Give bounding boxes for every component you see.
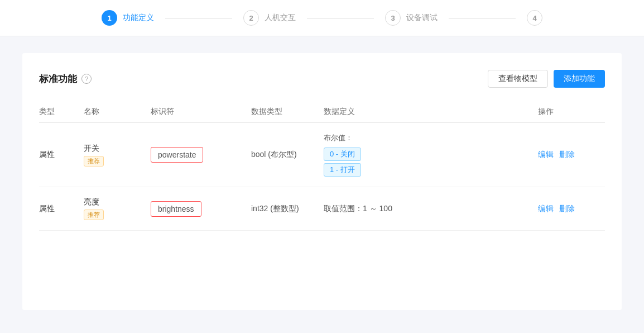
step-1-circle: 1	[102, 10, 117, 26]
stepper-line-1	[165, 18, 232, 18]
col-header-type: 类型	[39, 107, 84, 117]
table-header-row: 类型 名称 标识符 数据类型 数据定义 操作	[39, 101, 605, 123]
add-function-button[interactable]: 添加功能	[554, 70, 605, 88]
card-title: 标准功能	[39, 73, 77, 85]
row2-tag: 推荐	[84, 210, 104, 220]
row1-datatype-text: bool (布尔型)	[251, 150, 297, 160]
row2-actions-cell: 编辑 删除	[538, 204, 605, 214]
row1-name-text: 开关	[84, 144, 104, 154]
step-2: 2 人机交互	[243, 10, 296, 26]
row2-action-links: 编辑 删除	[538, 204, 575, 214]
step-3-label: 设备调试	[406, 13, 438, 23]
row2-name-text: 亮度	[84, 197, 104, 207]
header-buttons: 查看物模型 添加功能	[488, 70, 605, 88]
col-header-datatype: 数据类型	[251, 107, 324, 117]
row1-datadef-cell: 布尔值： 0 - 关闭 1 - 打开	[324, 133, 538, 177]
row2-datatype-text: int32 (整数型)	[251, 204, 299, 214]
stepper-line-3	[449, 18, 516, 18]
row1-bool-value-0: 0 - 关闭	[324, 148, 361, 161]
row1-tag: 推荐	[84, 156, 104, 166]
col-header-action: 操作	[538, 107, 605, 117]
view-model-button[interactable]: 查看物模型	[488, 70, 548, 88]
col-header-name: 名称	[84, 107, 151, 117]
stepper-bar: 1 功能定义 2 人机交互 3 设备调试 4	[0, 0, 644, 36]
row1-type: 属性	[39, 150, 84, 160]
row2-range-text: 取值范围：1 ～ 100	[324, 204, 392, 214]
row1-name-cell: 开关 推荐	[84, 144, 151, 166]
row2-type: 属性	[39, 204, 84, 214]
row2-edit-link[interactable]: 编辑	[538, 204, 554, 214]
card-title-group: 标准功能 ?	[39, 73, 92, 85]
step-4: 4	[527, 10, 542, 26]
step-3: 3 设备调试	[385, 10, 438, 26]
row1-datatype-cell: bool (布尔型)	[251, 150, 324, 160]
row2-identifier-cell: brightness	[151, 201, 251, 217]
col-header-identifier: 标识符	[151, 107, 251, 117]
table-row: 属性 亮度 推荐 brightness int32 (整数型)	[39, 187, 605, 231]
stepper-line-2	[307, 18, 374, 18]
row1-delete-link[interactable]: 删除	[559, 150, 575, 160]
row2-datatype-cell: int32 (整数型)	[251, 204, 324, 214]
row1-bool-value-1: 1 - 打开	[324, 163, 361, 177]
row2-delete-link[interactable]: 删除	[559, 204, 575, 214]
step-1: 1 功能定义	[102, 10, 154, 26]
row2-name-group: 亮度 推荐	[84, 197, 104, 220]
row2-datadef-cell: 取值范围：1 ～ 100	[324, 204, 538, 214]
row1-identifier-cell: powerstate	[151, 147, 251, 163]
row1-bool-label: 布尔值：	[324, 133, 361, 143]
row1-identifier-box: powerstate	[151, 147, 203, 163]
main-content: 标准功能 ? 查看物模型 添加功能 类型 名称 标识符 数据类型 数据定义 操作	[0, 36, 644, 327]
row2-identifier-box: brightness	[151, 201, 201, 217]
col-header-datadef: 数据定义	[324, 107, 538, 117]
table-container: 类型 名称 标识符 数据类型 数据定义 操作 属性 开关 推荐	[39, 101, 605, 231]
step-1-label: 功能定义	[123, 13, 154, 23]
table-row: 属性 开关 推荐 powerstate bool (布尔型)	[39, 123, 605, 187]
card-header: 标准功能 ? 查看物模型 添加功能	[39, 70, 605, 88]
card: 标准功能 ? 查看物模型 添加功能 类型 名称 标识符 数据类型 数据定义 操作	[22, 53, 622, 310]
row1-actions-cell: 编辑 删除	[538, 150, 605, 160]
row1-bool-section: 布尔值： 0 - 关闭 1 - 打开	[324, 133, 361, 177]
help-icon[interactable]: ?	[81, 74, 92, 84]
step-2-circle: 2	[243, 10, 259, 26]
row1-action-links: 编辑 删除	[538, 150, 575, 160]
step-2-label: 人机交互	[265, 13, 296, 23]
row1-name-group: 开关 推荐	[84, 144, 104, 166]
step-3-circle: 3	[385, 10, 401, 26]
step-4-circle: 4	[527, 10, 542, 26]
row1-edit-link[interactable]: 编辑	[538, 150, 554, 160]
row2-name-cell: 亮度 推荐	[84, 197, 151, 220]
